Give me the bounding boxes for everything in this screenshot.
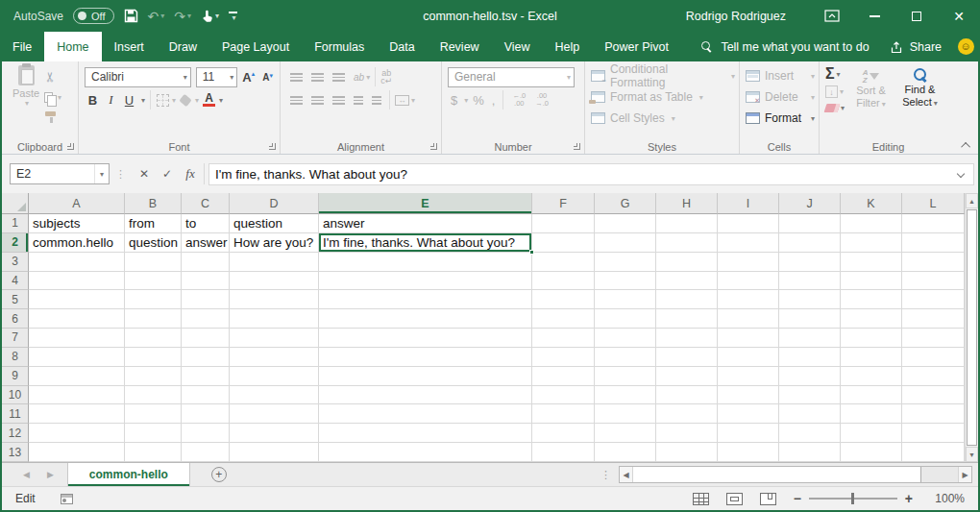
cell-J3[interactable] — [779, 253, 841, 272]
cell-I12[interactable] — [718, 424, 779, 443]
number-dialog-launcher[interactable] — [574, 143, 580, 150]
cell-C13[interactable] — [182, 443, 230, 462]
clipboard-dialog-launcher[interactable] — [67, 143, 74, 150]
format-cells-button[interactable]: Format ▾ — [746, 108, 815, 129]
new-sheet-button[interactable]: + — [211, 463, 227, 486]
cell-C5[interactable] — [182, 290, 230, 309]
cell-A3[interactable] — [29, 253, 125, 272]
fill-color-button[interactable]: ▾ — [178, 96, 199, 105]
cell-F2[interactable] — [532, 233, 595, 253]
orientation-button[interactable]: ab▾ — [354, 72, 370, 83]
conditional-formatting-button[interactable]: Conditional Formatting ▾ — [591, 65, 735, 86]
cut-button[interactable]: ✂ — [44, 68, 61, 85]
zoom-level[interactable]: 100% — [930, 492, 965, 505]
zoom-out-button[interactable]: − — [794, 491, 801, 506]
cell-J5[interactable] — [779, 290, 841, 309]
column-header-K[interactable]: K — [841, 193, 902, 214]
cell-D5[interactable] — [230, 290, 319, 309]
cell-L5[interactable] — [902, 290, 965, 309]
cell-A7[interactable] — [29, 329, 125, 348]
accounting-format-button[interactable]: $ — [448, 93, 460, 108]
cell-G8[interactable] — [595, 348, 656, 367]
cell-K12[interactable] — [841, 424, 902, 443]
cell-I5[interactable] — [718, 290, 779, 309]
row-header-8[interactable]: 8 — [2, 348, 29, 367]
vertical-scroll-thumb[interactable] — [967, 209, 977, 446]
cell-C9[interactable] — [182, 367, 230, 386]
cell-H4[interactable] — [656, 272, 718, 291]
cell-E8[interactable] — [319, 348, 532, 367]
cell-K9[interactable] — [841, 367, 902, 386]
cell-B6[interactable] — [125, 309, 182, 329]
insert-function-button[interactable]: fx — [179, 163, 202, 184]
cell-K5[interactable] — [841, 290, 902, 309]
find-select-button[interactable]: Find &Select▾ — [897, 65, 943, 114]
cell-K13[interactable] — [841, 443, 902, 462]
formula-bar-grip[interactable]: ⋮ — [115, 168, 127, 181]
cell-C12[interactable] — [182, 424, 230, 443]
underline-dropdown-icon[interactable]: ▾ — [141, 96, 145, 105]
cell-A12[interactable] — [29, 424, 125, 443]
cell-D3[interactable] — [230, 253, 319, 272]
cell-E12[interactable] — [319, 424, 532, 443]
cell-J7[interactable] — [779, 329, 841, 348]
tab-home[interactable]: Home — [44, 32, 101, 61]
paste-button[interactable]: Paste ▾ — [8, 65, 44, 126]
cell-K7[interactable] — [841, 329, 902, 348]
touch-mode-button[interactable]: ▾ — [201, 9, 219, 23]
tell-me-box[interactable]: Tell me what you want to do — [692, 32, 878, 61]
next-sheet-icon[interactable]: ▶ — [47, 470, 54, 479]
tab-formulas[interactable]: Formulas — [302, 32, 377, 61]
cell-E2[interactable]: I'm fine, thanks. What about you? — [319, 233, 532, 253]
cell-L1[interactable] — [902, 214, 965, 233]
font-family-dropdown-icon[interactable]: ▾ — [184, 73, 187, 82]
cell-A4[interactable] — [29, 272, 125, 291]
cell-D12[interactable] — [230, 424, 319, 443]
row-header-6[interactable]: 6 — [2, 309, 29, 329]
customize-quick-access-button[interactable]: ▾ — [229, 12, 237, 20]
decrease-indent-button[interactable] — [354, 96, 363, 105]
page-layout-view-button[interactable] — [726, 493, 743, 505]
row-header-7[interactable]: 7 — [2, 329, 29, 348]
align-top-button[interactable] — [290, 73, 303, 82]
increase-indent-button[interactable] — [372, 96, 381, 105]
cancel-button[interactable]: ✕ — [133, 163, 156, 184]
cell-F4[interactable] — [532, 272, 595, 291]
cell-H10[interactable] — [656, 386, 718, 405]
horizontal-scroll-thumb[interactable] — [633, 467, 921, 482]
number-format-select[interactable]: General▾ — [448, 67, 575, 87]
scroll-down-icon[interactable]: ▼ — [966, 447, 978, 462]
cell-H9[interactable] — [656, 367, 718, 386]
scroll-right-icon[interactable]: ▶ — [958, 467, 971, 482]
cell-I8[interactable] — [718, 348, 779, 367]
cell-L11[interactable] — [902, 404, 965, 424]
cell-B4[interactable] — [125, 272, 182, 291]
cell-L9[interactable] — [902, 367, 965, 386]
cell-B5[interactable] — [125, 290, 182, 309]
font-color-button[interactable]: A ▾ — [201, 93, 223, 107]
cell-I1[interactable] — [718, 214, 779, 233]
cell-J4[interactable] — [779, 272, 841, 291]
cell-K3[interactable] — [841, 253, 902, 272]
cell-F3[interactable] — [532, 253, 595, 272]
tab-draw[interactable]: Draw — [157, 32, 209, 61]
cell-C1[interactable]: to — [182, 214, 230, 233]
cell-F9[interactable] — [532, 367, 595, 386]
cell-L7[interactable] — [902, 329, 965, 348]
autosave-toggle[interactable]: Off — [73, 8, 113, 24]
cell-E1[interactable]: answer — [319, 214, 532, 233]
cell-F13[interactable] — [532, 443, 595, 462]
cell-C11[interactable] — [182, 404, 230, 424]
align-middle-button[interactable] — [311, 73, 324, 82]
cell-H6[interactable] — [656, 309, 718, 329]
cell-K4[interactable] — [841, 272, 902, 291]
cell-E9[interactable] — [319, 367, 532, 386]
format-as-table-button[interactable]: Format as Table ▾ — [591, 86, 735, 108]
tab-help[interactable]: Help — [543, 32, 593, 61]
cell-A8[interactable] — [29, 348, 125, 367]
cell-G7[interactable] — [595, 329, 656, 348]
cell-C2[interactable]: answer — [182, 233, 230, 253]
cell-G1[interactable] — [595, 214, 656, 233]
alignment-dialog-launcher[interactable] — [430, 143, 437, 150]
ribbon-display-options-button[interactable] — [811, 0, 853, 32]
